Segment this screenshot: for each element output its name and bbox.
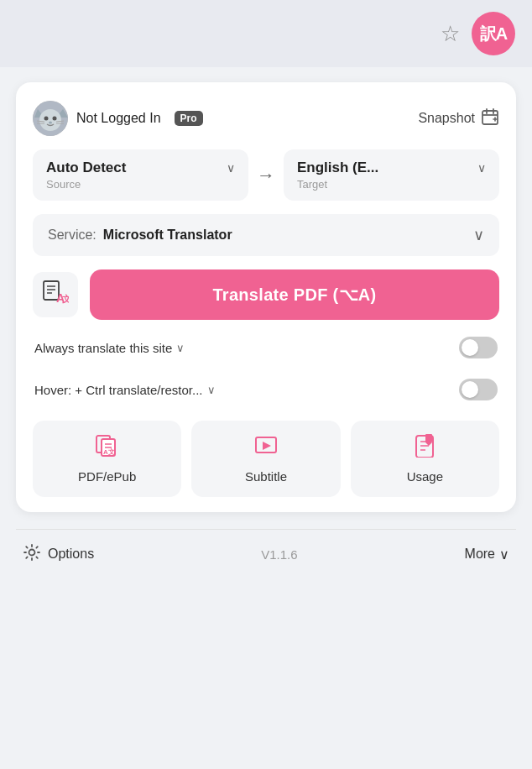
subtitle-label: Subtitle — [245, 469, 287, 484]
snapshot-button[interactable]: Snapshot — [418, 107, 499, 130]
target-language-label: Target — [297, 178, 486, 191]
target-chevron-icon: ∨ — [477, 161, 486, 175]
subtitle-icon — [254, 434, 278, 463]
usage-icon — [413, 434, 436, 463]
more-chevron-icon: ∨ — [499, 547, 509, 562]
header-row: Not Logged In Pro Snapshot — [33, 101, 499, 136]
source-language-label: Source — [46, 178, 235, 191]
bottom-icons-row: A文 PDF/ePub Subtitle — [33, 421, 499, 497]
always-translate-chevron: ∨ — [176, 342, 185, 354]
avatar — [33, 101, 68, 136]
service-selector[interactable]: Service: Microsoft Translator ∨ — [33, 214, 499, 256]
always-translate-label: Always translate this site ∨ — [34, 341, 185, 355]
footer: Options V1.1.6 More ∨ — [16, 531, 516, 580]
translate-icon-label: 訳A — [480, 23, 507, 45]
main-card: Not Logged In Pro Snapshot Auto Dete — [16, 82, 516, 512]
user-status: Not Logged In — [76, 111, 161, 126]
more-button[interactable]: More ∨ — [465, 547, 509, 562]
hover-translate-label: Hover: + Ctrl translate/restor... ∨ — [34, 383, 216, 397]
language-row: Auto Detect ∨ Source → English (E... ∨ T… — [33, 149, 499, 201]
svg-text:A文: A文 — [103, 447, 115, 456]
always-translate-row: Always translate this site ∨ — [33, 333, 499, 362]
top-bar: ☆ 訳A — [0, 0, 532, 67]
source-chevron-icon: ∨ — [227, 161, 235, 175]
translate-icon-button[interactable]: 訳A — [472, 12, 515, 55]
svg-point-6 — [49, 122, 52, 124]
star-icon[interactable]: ☆ — [441, 21, 460, 47]
svg-point-5 — [53, 117, 57, 121]
options-label: Options — [48, 547, 94, 562]
source-language-name: Auto Detect — [46, 160, 126, 176]
pdf-epub-button[interactable]: A文 PDF/ePub — [33, 421, 181, 497]
translate-pdf-button[interactable]: Translate PDF (⌥A) — [90, 269, 499, 320]
arrow-icon: → — [257, 165, 275, 186]
hover-chevron: ∨ — [207, 384, 216, 396]
svg-point-4 — [44, 117, 49, 121]
svg-marker-29 — [263, 442, 271, 450]
subtitle-button[interactable]: Subtitle — [191, 421, 340, 497]
snapshot-icon — [481, 107, 499, 130]
usage-button[interactable]: Usage — [351, 421, 499, 497]
source-language-selector[interactable]: Auto Detect ∨ Source — [33, 149, 248, 201]
service-label: Service: — [48, 228, 96, 243]
hover-translate-toggle[interactable] — [459, 379, 498, 400]
pro-badge: Pro — [175, 111, 203, 126]
options-gear-icon — [23, 543, 41, 565]
always-translate-toggle[interactable] — [459, 337, 498, 358]
svg-point-36 — [29, 550, 35, 556]
svg-rect-34 — [425, 434, 432, 442]
options-button[interactable]: Options — [23, 543, 94, 565]
user-info: Not Logged In Pro — [33, 101, 203, 136]
target-language-selector[interactable]: English (E... ∨ Target — [284, 149, 499, 201]
version-label: V1.1.6 — [261, 547, 297, 562]
pdf-epub-icon: A文 — [96, 434, 119, 463]
usage-label: Usage — [407, 469, 443, 484]
target-language-name: English (E... — [297, 160, 378, 176]
snapshot-label: Snapshot — [418, 111, 475, 126]
service-name: Microsoft Translator — [103, 228, 232, 243]
more-label: More — [465, 547, 495, 562]
hover-translate-row: Hover: + Ctrl translate/restor... ∨ — [33, 375, 499, 404]
pdf-translate-icon: A 文 — [42, 279, 69, 311]
pdf-icon-box[interactable]: A 文 — [33, 272, 78, 317]
service-chevron-icon: ∨ — [473, 226, 484, 244]
pdf-epub-label: PDF/ePub — [78, 469, 136, 484]
service-left: Service: Microsoft Translator — [48, 228, 232, 243]
svg-text:文: 文 — [62, 294, 69, 304]
svg-point-3 — [39, 109, 61, 131]
footer-divider — [16, 529, 516, 530]
translate-row: A 文 Translate PDF (⌥A) — [33, 269, 499, 320]
